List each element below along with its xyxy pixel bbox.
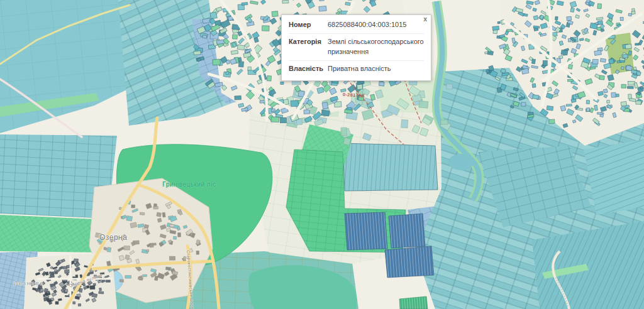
popup-close-icon[interactable]: x <box>423 16 427 23</box>
popup-row-ownership: Власність Приватна власність <box>289 60 424 77</box>
pond <box>448 154 474 170</box>
parcel-number-value: 6825088400:04:003:1015 <box>328 20 424 30</box>
parcel-ownership-value: Приватна власність <box>328 64 424 74</box>
parcel-category-value: Землі сільськогосподарського призначення <box>328 37 424 57</box>
popup-field-label: Номер <box>289 20 328 30</box>
popup-field-label: Власність <box>289 64 328 74</box>
popup-row-category: Категорія Землі сільськогосподарського п… <box>289 33 424 60</box>
popup-row-number: Номер 6825088400:04:003:1015 <box>289 17 424 33</box>
parcel-info-popup: x Номер 6825088400:04:003:1015 Категорія… <box>281 14 431 81</box>
popup-field-label: Категорія <box>289 37 328 57</box>
